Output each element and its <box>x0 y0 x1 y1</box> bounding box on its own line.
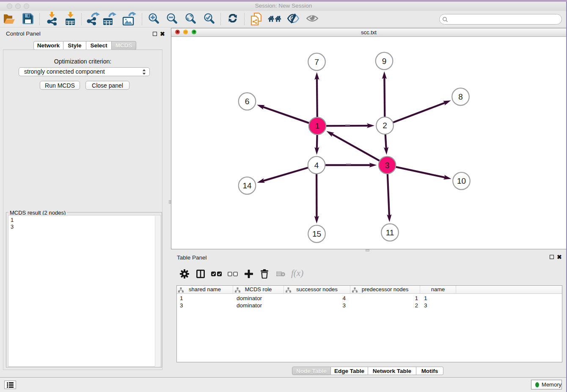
svg-text:6: 6 <box>245 97 250 106</box>
svg-text:10: 10 <box>457 177 466 186</box>
svg-text:8: 8 <box>458 93 463 102</box>
svg-text:14: 14 <box>242 182 252 190</box>
svg-text:2: 2 <box>383 121 387 130</box>
svg-text:1: 1 <box>315 122 320 131</box>
svg-text:11: 11 <box>386 229 394 237</box>
svg-text:15: 15 <box>312 230 321 239</box>
svg-text:4: 4 <box>314 161 319 170</box>
svg-text:3: 3 <box>385 161 390 170</box>
svg-text:7: 7 <box>314 58 319 67</box>
svg-text:9: 9 <box>382 57 387 66</box>
